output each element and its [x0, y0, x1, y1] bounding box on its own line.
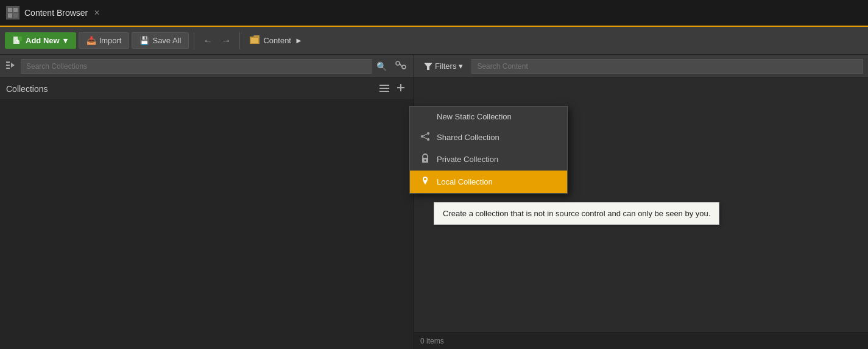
forward-button[interactable]: → — [217, 34, 235, 48]
nav-arrows: ← → — [199, 34, 235, 48]
svg-marker-10 — [11, 63, 15, 68]
import-button[interactable]: 📥 Import — [79, 32, 130, 49]
private-label: Private Collection — [437, 155, 498, 164]
search-button[interactable]: 🔍 — [374, 60, 389, 72]
collections-actions — [377, 82, 408, 95]
add-new-arrow: ▾ — [63, 36, 68, 45]
search-collections-input[interactable] — [21, 59, 372, 74]
dropdown-item-private[interactable]: Private Collection — [410, 148, 567, 171]
separator-1 — [194, 32, 194, 49]
svg-point-21 — [421, 135, 423, 138]
svg-point-12 — [402, 65, 406, 69]
dropdown-item-shared[interactable]: Shared Collection — [410, 127, 567, 148]
svg-rect-8 — [6, 65, 10, 66]
collections-header: Collections — [0, 78, 414, 100]
list-view-button[interactable] — [377, 82, 392, 95]
svg-point-22 — [427, 138, 429, 141]
svg-line-23 — [423, 134, 427, 136]
svg-rect-3 — [13, 13, 18, 18]
close-icon[interactable]: ✕ — [94, 9, 100, 17]
save-all-icon: 💾 — [139, 36, 149, 45]
svg-rect-7 — [6, 62, 10, 63]
tooltip-box: Create a collection that is not in sourc… — [434, 202, 719, 225]
svg-rect-15 — [379, 88, 389, 89]
filters-label: Filters — [435, 62, 456, 71]
save-all-label: Save All — [152, 36, 181, 45]
left-panel: 🔍 Collections — [0, 55, 414, 349]
import-icon: 📥 — [86, 36, 96, 45]
svg-rect-9 — [6, 68, 10, 69]
svg-line-24 — [423, 137, 427, 139]
shared-label: Shared Collection — [437, 133, 499, 142]
search-content-input[interactable] — [471, 59, 863, 74]
local-label: Local Collection — [437, 177, 493, 186]
svg-text:+: + — [16, 38, 19, 44]
collections-search-bar: 🔍 — [0, 55, 414, 78]
page-title: Content Browser — [24, 8, 88, 18]
collections-title: Collections — [6, 84, 48, 94]
item-count: 0 items — [420, 337, 444, 345]
filter-icon — [424, 63, 432, 70]
save-all-button[interactable]: 💾 Save All — [132, 32, 189, 49]
filters-button[interactable]: Filters ▾ — [419, 59, 468, 73]
collapse-button[interactable] — [4, 60, 18, 72]
svg-point-20 — [427, 132, 429, 135]
new-static-label: New Static Collection — [437, 112, 512, 121]
dropdown-item-local[interactable]: Local Collection — [410, 171, 567, 193]
add-new-button[interactable]: + Add New ▾ — [5, 32, 76, 49]
right-toolbar: Filters ▾ — [414, 55, 868, 78]
dropdown-menu: New Static Collection Shared Collection … — [409, 106, 568, 194]
import-label: Import — [99, 36, 122, 45]
svg-line-13 — [400, 63, 402, 67]
svg-rect-16 — [379, 91, 389, 92]
tooltip-text: Create a collection that is not in sourc… — [443, 209, 710, 218]
add-new-label: Add New — [26, 36, 60, 45]
content-button[interactable]: Content ► — [245, 32, 307, 49]
dropdown-item-new-static[interactable]: New Static Collection — [410, 107, 567, 127]
svg-point-27 — [424, 178, 426, 180]
svg-rect-2 — [8, 13, 12, 18]
content-folder-icon — [250, 35, 259, 46]
source-control-button[interactable] — [392, 60, 410, 72]
add-collection-button[interactable] — [394, 82, 408, 95]
svg-marker-19 — [424, 63, 432, 70]
svg-point-11 — [396, 62, 400, 65]
back-button[interactable]: ← — [199, 34, 216, 48]
add-new-icon: + — [13, 37, 22, 45]
svg-rect-1 — [13, 8, 18, 12]
app-icon — [6, 6, 19, 19]
filters-arrow: ▾ — [459, 62, 463, 71]
content-arrow: ► — [295, 36, 303, 45]
title-bar: Content Browser ✕ — [0, 0, 868, 27]
collections-content — [0, 100, 414, 349]
svg-rect-0 — [8, 8, 12, 12]
status-bar: 0 items — [414, 332, 868, 349]
main-toolbar: + Add New ▾ 📥 Import 💾 Save All ← → Cont… — [0, 27, 868, 55]
share-icon — [420, 132, 431, 143]
svg-point-26 — [425, 160, 426, 161]
separator-2 — [239, 32, 240, 49]
svg-rect-14 — [379, 85, 389, 86]
lock-icon — [420, 153, 431, 165]
content-label: Content — [263, 36, 291, 45]
pin-icon — [420, 176, 431, 188]
